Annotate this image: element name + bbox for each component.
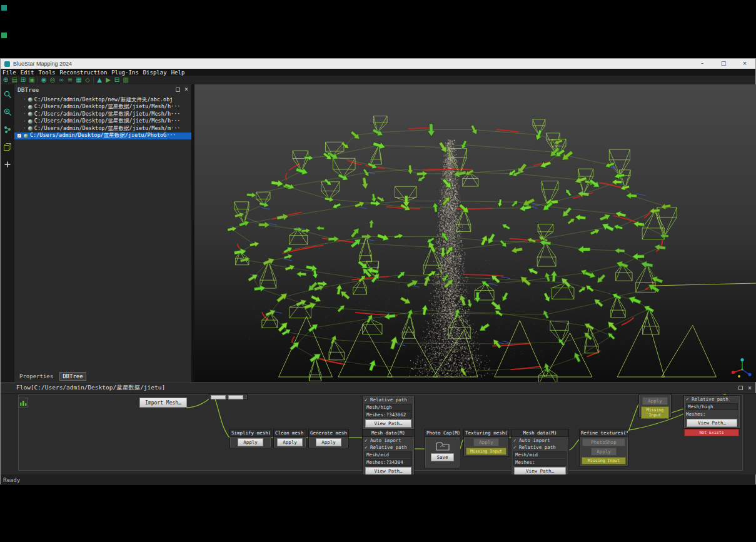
dbtree-item[interactable]: ·C:/Users/admin/Desktop/new/新建文件夹/abc.ob…	[14, 96, 191, 104]
close-button[interactable]: ×	[734, 59, 755, 69]
mesh-path-field[interactable]: Mesh/mid	[365, 451, 412, 458]
window-title: BlueStar Mapping 2024	[13, 61, 72, 67]
relative-path-checkbox[interactable]: ✓ Relative path	[684, 396, 740, 403]
add-icon[interactable]	[3, 159, 12, 171]
node-partial-right[interactable]: Apply Missing Input	[638, 394, 672, 418]
dbtree-item[interactable]: ·C:/Users/admin/Desktop/蓝星数据/jietu/Mesh/…	[14, 118, 191, 126]
apply-button[interactable]: Apply	[238, 438, 263, 446]
pin-icon[interactable]	[738, 386, 743, 390]
screen: BlueStar Mapping 2024 – □ × File Edit To…	[0, 0, 756, 542]
auto-import-checkbox[interactable]: ✓ Auto import	[512, 437, 568, 444]
menu-help[interactable]: Help	[171, 69, 185, 76]
checkbox-checked-icon[interactable]: ✓	[17, 133, 22, 138]
save-icon[interactable]: ▣	[28, 76, 36, 84]
view-path-button[interactable]: View Path…	[687, 419, 737, 427]
node-refine-textures[interactable]: Refine textures(*) PhotoShop Apply Missi…	[579, 429, 628, 466]
save-button[interactable]: Save	[431, 453, 453, 461]
node-texturing-mesh[interactable]: Texturing mesh(*) Apply Missing Input	[463, 429, 509, 457]
flow-canvas[interactable]: Import Mesh… ✓ Relative path Mesh/high M…	[1, 393, 756, 474]
apply-button-disabled[interactable]: Apply	[473, 438, 499, 446]
dbtree-item-label: C:/Users/admin/Desktop/蓝星数据/jietu/PhotoG…	[30, 133, 176, 140]
camera-icon[interactable]: ◉	[40, 76, 48, 84]
model-sphere-icon	[28, 105, 33, 109]
node-photo-cap[interactable]: Photo Cap(M) Save	[425, 429, 460, 468]
diamond-icon[interactable]: ◇	[84, 76, 91, 84]
node-simplify-mesh[interactable]: Simplify mesh(*) Apply	[229, 429, 271, 448]
maximize-button[interactable]: □	[713, 59, 734, 69]
play-icon[interactable]: ▶	[104, 76, 112, 84]
grid-icon[interactable]: ▤	[11, 76, 18, 84]
apply-button[interactable]: Apply	[316, 438, 341, 446]
open-icon[interactable]: ⊞	[19, 76, 27, 84]
view-path-button[interactable]: View Path…	[365, 419, 411, 428]
collapse-icon[interactable]: ⊟	[113, 76, 121, 84]
dbtree-item[interactable]: ·C:/Users/admin/Desktop/蓝星数据/jietu/Mesh/…	[14, 111, 191, 118]
node-mesh-data-mid[interactable]: Mesh data(M) ✓ Auto import ✓ Relative pa…	[362, 429, 415, 474]
dbtree-item-label: C:/Users/admin/Desktop/蓝星数据/jietu/Mesh/m…	[34, 125, 181, 133]
viewport-3d[interactable]	[194, 84, 756, 382]
mesh-icon[interactable]: ▦	[75, 76, 83, 84]
layers-icon[interactable]: ≡	[66, 76, 74, 84]
view-path-button[interactable]: View Path…	[365, 467, 411, 474]
auto-import-checkbox[interactable]: ✓ Auto import	[363, 437, 414, 444]
zoom-in-icon[interactable]	[3, 107, 12, 119]
meshes-field[interactable]: Meshes:	[513, 459, 567, 466]
apply-button-disabled[interactable]: Apply	[642, 397, 668, 405]
target-icon[interactable]: ⊕	[2, 76, 9, 84]
menu-edit[interactable]: Edit	[21, 69, 34, 76]
status-text: Ready	[3, 477, 20, 483]
table-icon[interactable]: ▥	[122, 76, 129, 84]
scene-graph-icon[interactable]	[3, 124, 12, 136]
up-icon[interactable]: ▲	[96, 76, 103, 84]
mesh-path-field[interactable]: Mesh/high	[686, 403, 738, 410]
clipped-button[interactable]	[228, 395, 243, 399]
title-bar[interactable]: BlueStar Mapping 2024 – □ ×	[1, 59, 755, 69]
missing-input-badge: Missing Input	[641, 406, 669, 419]
dbtree-item[interactable]: ·C:/Users/admin/Desktop/蓝星数据/jietu/Mesh/…	[14, 104, 191, 111]
view-path-button[interactable]: View Path…	[514, 467, 566, 474]
relative-path-checkbox[interactable]: ✓ Relative path	[363, 396, 414, 403]
mesh-path-field[interactable]: Mesh/high	[365, 404, 412, 411]
menu-display[interactable]: Display	[143, 69, 167, 76]
toolbar-separator	[38, 77, 38, 83]
node-clipped-top[interactable]	[209, 394, 248, 399]
node-clean-mesh[interactable]: Clean mesh (*) Apply	[273, 429, 306, 448]
flow-overview-icon[interactable]	[18, 398, 28, 408]
tab-properties[interactable]: Properties	[17, 373, 56, 380]
folder-icon	[435, 439, 450, 452]
panel-close-icon[interactable]: ×	[748, 385, 752, 391]
node-mesh-data-high[interactable]: ✓ Relative path Mesh/high Meshes:?343062…	[362, 396, 415, 429]
panel-close-icon[interactable]: ×	[184, 86, 188, 93]
link-icon[interactable]: ∞	[58, 76, 65, 84]
globe-icon[interactable]: ◎	[49, 76, 56, 84]
axis-gizmo-icon[interactable]	[730, 356, 755, 381]
photoshop-button-disabled[interactable]: PhotoShop	[582, 438, 625, 446]
meshes-field[interactable]: Meshes:?343062	[365, 411, 412, 418]
menu-reconstruction[interactable]: Reconstruction	[59, 69, 107, 76]
minimize-button[interactable]: –	[692, 59, 713, 69]
relative-path-checkbox[interactable]: ✓ Relative path	[512, 444, 568, 451]
import-mesh-button[interactable]: Import Mesh…	[139, 398, 187, 408]
clipped-button[interactable]	[211, 395, 226, 399]
meshes-field[interactable]: Meshes:?34304	[365, 459, 412, 466]
app-icon	[4, 61, 10, 67]
apply-button-disabled[interactable]: Apply	[591, 448, 617, 456]
mesh-path-field[interactable]: Mesh/mid	[513, 451, 567, 458]
meshes-label: Meshes:	[684, 411, 740, 418]
tree-bullet-icon: ·	[23, 104, 26, 110]
menu-tools[interactable]: Tools	[38, 69, 55, 76]
relative-path-checkbox[interactable]: ✓ Relative path	[363, 444, 414, 451]
search-icon[interactable]	[3, 89, 12, 101]
node-mesh-data-high-right[interactable]: ✓ Relative path Mesh/high Meshes: View P…	[683, 395, 740, 429]
apply-button[interactable]: Apply	[277, 438, 303, 446]
tab-dbtree[interactable]: DBTree	[59, 372, 86, 381]
dbtree-item-selected[interactable]: ✓C:/Users/admin/Desktop/蓝星数据/jietu/Photo…	[14, 133, 191, 140]
menu-file[interactable]: File	[3, 69, 16, 76]
dbtree-item[interactable]: ·C:/Users/admin/Desktop/蓝星数据/jietu/Mesh/…	[14, 125, 191, 133]
menu-plugins[interactable]: Plug-Ins	[111, 69, 138, 76]
node-generate-mesh-uv[interactable]: Generate mesh UV(*) Apply	[308, 429, 349, 448]
node-title: Clean mesh (*)	[274, 429, 306, 437]
pin-icon[interactable]	[176, 88, 180, 92]
node-mesh-data-mid-2[interactable]: Mesh data(M) ✓ Auto import ✓ Relative pa…	[511, 429, 569, 474]
cube-grid-icon[interactable]	[3, 142, 12, 154]
